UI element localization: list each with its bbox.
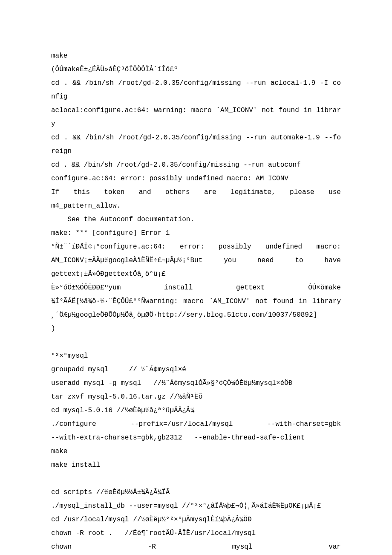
- text-line: AM_ICONV¡±ÄÃµ½googleÀïËÑË÷£¬µÃµ½¡°Butyou…: [51, 254, 341, 267]
- text-line: cd scripts //½øÈëµ½½Å±¾Ä¿Â¼ÏÂ: [51, 486, 341, 499]
- text-line: make install: [51, 458, 341, 472]
- text-line: cd mysql-5.0.16 //½øÈëµ½â¿ª°üµÄÄ¿Â¼: [51, 404, 341, 417]
- text-line: aclocal:configure.ac:64: warning: macro …: [51, 104, 341, 131]
- text-line: [51, 472, 341, 486]
- text-line: cd /usr/local/mysql //½øÈëµ½°²×°µÄmysqlÈ…: [51, 513, 341, 526]
- text-line: --with-extra-charsets=gbk,gb2312 --enabl…: [51, 431, 341, 445]
- text-line: configure.ac:64: error: possibly undefin…: [51, 172, 341, 185]
- text-line: È»°óÖ±½ÓÔËÐÐ£ºyuminstallgettextÔÚ×ömake: [51, 281, 341, 295]
- text-line: ./configure--prefix=/usr/local/mysql--wi…: [51, 417, 341, 431]
- text-line: gettext¡±Ã»ÓÐgettextÕâ¸ö°ü¡£: [51, 267, 341, 281]
- text-line: °Ñ±¨´íÐÅÏ¢¡°configure.ac:64:error:possib…: [51, 240, 341, 254]
- text-line: See the Autoconf documentation.: [51, 213, 341, 226]
- text-line: °²×°mysql: [51, 349, 341, 363]
- text-line: m4_pattern_allow.: [51, 199, 341, 213]
- text-line: make: *** [configure] Error 1: [51, 226, 341, 240]
- text-line: tar zxvf mysql-5.0.16.tar.gz //½âÑ¹Ëõ: [51, 390, 341, 404]
- text-line: chown -R root . //Éè¶¨rootÄÜ·ÃÎÊ/usr/loc…: [51, 526, 341, 540]
- text-line: groupadd mysql // ½¨Á¢mysql×é: [51, 363, 341, 376]
- text-line: ¾Í°ÃÁË[½â¾ö·½·¨ÊÇÔÚ£°°Ñwarning: macro `A…: [51, 295, 341, 322]
- text-line: make: [51, 49, 341, 63]
- text-line: ./mysql_install_db --user=mysql //°²×°¿â…: [51, 499, 341, 513]
- text-line: Ifthistokenandothersarelegitimate,please…: [51, 185, 341, 199]
- text-line: ): [51, 322, 341, 335]
- text-line: [51, 335, 341, 349]
- document-page: make(ÔÚmakeÊ±¿ÉÄÜ»áÊÇ³öÏÖÒÔÏÂ´íÎó£ºcd . …: [0, 0, 392, 555]
- text-line: cd . && /bin/sh /root/gd-2.0.35/config/m…: [51, 131, 341, 158]
- text-line: cd . && /bin/sh /root/gd-2.0.35/config/m…: [51, 76, 341, 104]
- text-line: make: [51, 445, 341, 458]
- text-line: useradd mysql -g mysql //½¨Á¢mysqlÓÃ»§²¢…: [51, 376, 341, 390]
- text-line: cd . && /bin/sh /root/gd-2.0.35/config/m…: [51, 158, 341, 172]
- text-line: (ÔÚmakeÊ±¿ÉÄÜ»áÊÇ³öÏÖÒÔÏÂ´íÎó£º: [51, 63, 341, 76]
- text-line: chown-Rmysqlvar: [51, 540, 341, 554]
